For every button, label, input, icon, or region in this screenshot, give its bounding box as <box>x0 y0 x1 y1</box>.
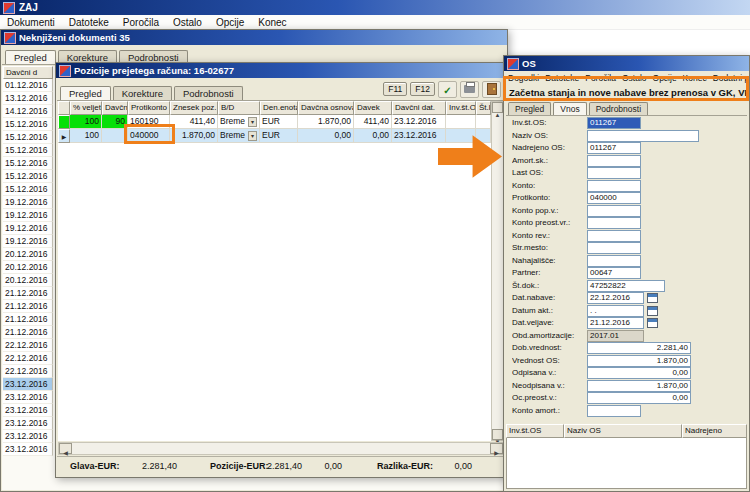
field-input-amort-sk[interactable] <box>587 155 641 167</box>
date-row-9[interactable]: 19.12.2016 <box>3 196 53 209</box>
menu-item-poro-ila[interactable]: Poročila <box>116 15 166 29</box>
field-input-konto-pop-v[interactable] <box>587 205 641 217</box>
grid-col-znesek-poz[interactable]: Znesek poz. <box>170 101 218 115</box>
grid-col-t-l[interactable]: Št.l <box>476 101 491 115</box>
field-input-konto-preost-vr[interactable] <box>587 217 641 229</box>
grid-cell-0-9[interactable] <box>446 115 476 129</box>
grid-col-protikonto[interactable]: Protikonto <box>128 101 170 115</box>
scroll-down-icon[interactable] <box>492 429 503 440</box>
field-input-datum-akt[interactable]: . . <box>587 305 644 317</box>
confirm-icon[interactable] <box>438 81 457 98</box>
grid-cell-1-5[interactable]: EUR <box>260 129 298 143</box>
exit-icon[interactable] <box>482 81 501 98</box>
grid-cell-0-3[interactable]: 411,40 <box>170 115 218 129</box>
field-input-partner[interactable]: 00647 <box>587 267 641 279</box>
main-window-titlebar[interactable]: ZAJ <box>0 0 750 15</box>
date-row-2[interactable]: 14.12.2016 <box>3 105 53 118</box>
menu-item-datoteke[interactable]: Datoteke <box>62 15 116 29</box>
grid-cell-1-1[interactable] <box>102 129 128 143</box>
date-row-26[interactable]: 23.12.2016 <box>3 417 53 430</box>
date-row-28[interactable]: 23.12.2016 <box>3 443 53 456</box>
grid-col-dav-ni-dat[interactable]: Davčni dat. <box>392 101 446 115</box>
date-row-25[interactable]: 23.12.2016 <box>3 404 53 417</box>
grid-col-b-d[interactable]: B/D <box>218 101 260 115</box>
field-input-konto-rev[interactable] <box>587 230 641 242</box>
grid-cell-1-6[interactable]: 0,00 <box>298 129 354 143</box>
date-row-13[interactable]: 20.12.2016 <box>3 248 53 261</box>
date-row-6[interactable]: 15.12.2016 <box>3 157 53 170</box>
os-grid-col-nadrejeno[interactable]: Nadrejeno <box>682 424 747 438</box>
field-input-dob-vrednost[interactable]: 2.281,40 <box>587 342 691 354</box>
printer-icon[interactable] <box>460 81 479 98</box>
calendar-icon-datum-akt[interactable] <box>647 306 658 316</box>
date-row-7[interactable]: 15.12.2016 <box>3 170 53 183</box>
grid-cell-1-4[interactable]: Breme <box>218 129 260 143</box>
docs-window-titlebar[interactable]: Neknjiženi dokumenti 35 <box>1 30 507 45</box>
date-row-18[interactable]: 21.12.2016 <box>3 313 53 326</box>
date-row-1[interactable]: 13.12.2016 <box>3 92 53 105</box>
field-input-naziv-os[interactable] <box>587 130 699 142</box>
grid-col-dav-na-osnova[interactable]: Davčna osnova <box>298 101 354 115</box>
field-input-last-os[interactable] <box>587 167 641 179</box>
field-input-odpisana-v[interactable]: 0,00 <box>587 367 691 379</box>
menu-item-ostalo[interactable]: Ostalo <box>166 15 209 29</box>
grid-cell-1-7[interactable]: 0,00 <box>354 129 392 143</box>
dropdown-icon[interactable] <box>248 131 257 141</box>
calendar-icon-dat-nabave[interactable] <box>647 293 658 303</box>
pos-hscroll[interactable] <box>58 442 504 455</box>
field-input-oc-preost-v[interactable]: 0,00 <box>587 392 691 404</box>
date-row-11[interactable]: 19.12.2016 <box>3 222 53 235</box>
field-input-protikonto[interactable]: 040000 <box>587 192 641 204</box>
field-input-dat-veljave[interactable]: 21.12.2016 <box>587 317 644 329</box>
date-column-header[interactable]: Davčni d <box>3 66 53 79</box>
grid-cell-1-2[interactable]: 040000 <box>128 129 170 143</box>
grid-row-1[interactable]: 1000400001.870,00BremeEUR0,000,0023.12.2… <box>58 129 491 143</box>
grid-cell-0-5[interactable]: EUR <box>260 115 298 129</box>
grid-cell-0-7[interactable]: 411,40 <box>354 115 392 129</box>
field-input-obd-amortizacije[interactable]: 2017.01 <box>587 330 644 342</box>
grid-cell-1-0[interactable]: 100 <box>70 129 102 143</box>
date-row-23[interactable]: 23.12.2016 <box>3 378 53 391</box>
grid-cell-0-0[interactable]: 100 <box>70 115 102 129</box>
date-row-16[interactable]: 21.12.2016 <box>3 287 53 300</box>
date-row-22[interactable]: 22.12.2016 <box>3 365 53 378</box>
field-input-vrednost-os[interactable]: 1.870,00 <box>587 355 691 367</box>
field-input-t-dok[interactable]: 47252822 <box>587 280 665 292</box>
grid-col-davek[interactable]: Davek <box>354 101 392 115</box>
date-row-27[interactable]: 23.12.2016 <box>3 430 53 443</box>
pos-tab-podrobnosti[interactable]: Podrobnosti <box>174 86 243 100</box>
scroll-up-icon[interactable] <box>492 102 503 113</box>
field-input-nahajali-e[interactable] <box>587 255 641 267</box>
field-input-nadrejeno-os[interactable]: 011267 <box>587 142 641 154</box>
grid-cell-1-9[interactable] <box>446 129 476 143</box>
grid-row-0[interactable]: 10090160190411,40BremeEUR1.870,00411,402… <box>58 115 491 129</box>
date-row-24[interactable]: 23.12.2016 <box>3 391 53 404</box>
menu-item-opcije[interactable]: Opcije <box>209 15 251 29</box>
dropdown-icon[interactable] <box>248 117 257 127</box>
grid-cell-1-8[interactable]: 23.12.2016 <box>392 129 446 143</box>
toolbar-button-f12[interactable]: F12 <box>410 82 435 96</box>
date-row-20[interactable]: 22.12.2016 <box>3 339 53 352</box>
os-grid-col-inv-t-os[interactable]: Inv.št.OS <box>506 424 564 438</box>
date-row-19[interactable]: 21.12.2016 <box>3 326 53 339</box>
calendar-icon-dat-veljave[interactable] <box>647 318 658 328</box>
menu-item-konec[interactable]: Konec <box>251 15 293 29</box>
date-row-8[interactable]: 15.12.2016 <box>3 183 53 196</box>
field-input-neodpisana-v[interactable]: 1.870,00 <box>587 380 691 392</box>
date-row-0[interactable]: 01.12.2016 <box>3 79 53 92</box>
grid-col-inv-t-os[interactable]: Inv.št.OS <box>446 101 476 115</box>
pos-tab-korekture[interactable]: Korekture <box>113 86 172 100</box>
os-grid-col-naziv-os[interactable]: Naziv OS <box>564 424 682 438</box>
grid-cell-1-3[interactable]: 1.870,00 <box>170 129 218 143</box>
scroll-right-icon[interactable] <box>490 443 503 454</box>
field-input-inv-t-os[interactable]: 011267 <box>587 117 641 129</box>
date-row-14[interactable]: 20.12.2016 <box>3 261 53 274</box>
docs-tab-pregled[interactable]: Pregled <box>5 50 56 64</box>
field-input-konto-amort[interactable] <box>587 405 641 417</box>
grid-col-dav-na-oz[interactable]: Davčna oz. <box>102 101 128 115</box>
toolbar-button-f11[interactable]: F11 <box>383 82 407 96</box>
field-input-konto[interactable] <box>587 180 641 192</box>
date-row-21[interactable]: 22.12.2016 <box>3 352 53 365</box>
date-row-10[interactable]: 19.12.2016 <box>3 209 53 222</box>
date-row-17[interactable]: 21.12.2016 <box>3 300 53 313</box>
